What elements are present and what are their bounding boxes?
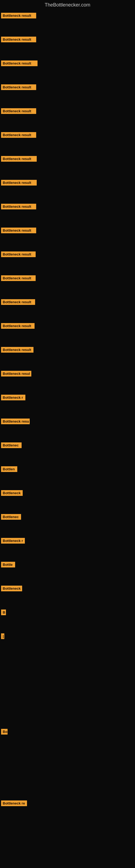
- bottleneck-label-13: Bottleneck result: [1, 299, 35, 305]
- row-9: Bottleneck result: [0, 201, 135, 225]
- row-17: Bottleneck r: [0, 392, 135, 416]
- bottleneck-label-8: Bottleneck result: [1, 180, 37, 186]
- row-11: Bottleneck result: [0, 249, 135, 273]
- bottleneck-label-19: Bottlenec: [1, 442, 21, 448]
- row-8: Bottleneck result: [0, 177, 135, 201]
- row-34: Bottleneck re: [0, 798, 135, 822]
- bottleneck-label-7: Bottleneck result: [1, 156, 37, 162]
- bottleneck-label-27: |: [1, 633, 4, 639]
- bottleneck-label-15: Bottleneck result: [1, 347, 34, 352]
- bottleneck-label-2: Bottleneck result: [1, 37, 36, 42]
- bottleneck-label-23: Bottleneck r: [1, 538, 25, 544]
- row-33: [0, 774, 135, 798]
- row-13: Bottleneck result: [0, 297, 135, 320]
- bottleneck-label-12: Bottleneck result: [1, 275, 36, 281]
- row-3: Bottleneck result: [0, 58, 135, 82]
- bottleneck-label-18: Bottleneck resu: [1, 418, 30, 424]
- bottleneck-label-24: Bottle: [1, 562, 15, 567]
- row-21: Bottleneck: [0, 488, 135, 511]
- row-1: Bottleneck result: [0, 10, 135, 34]
- row-19: Bottlenec: [0, 440, 135, 464]
- bottleneck-label-21: Bottleneck: [1, 490, 23, 496]
- row-24: Bottle: [0, 559, 135, 583]
- site-title: TheBottlenecker.com: [0, 0, 135, 10]
- bottleneck-label-11: Bottleneck result: [1, 251, 36, 257]
- bottleneck-label-20: Bottlen: [1, 466, 17, 472]
- row-15: Bottleneck result: [0, 344, 135, 368]
- row-35: [0, 822, 135, 845]
- bottleneck-label-26: B: [1, 610, 6, 615]
- row-16: Bottleneck resul: [0, 368, 135, 392]
- bottleneck-label-9: Bottleneck result: [1, 204, 36, 209]
- bottleneck-label-6: Bottleneck result: [1, 132, 36, 138]
- row-6: Bottleneck result: [0, 129, 135, 153]
- row-5: Bottleneck result: [0, 105, 135, 129]
- row-29: [0, 678, 135, 702]
- row-32: [0, 750, 135, 774]
- bottleneck-label-10: Bottleneck result: [1, 227, 36, 233]
- row-10: Bottleneck result: [0, 225, 135, 249]
- bottleneck-label-14: Bottleneck result: [1, 323, 35, 329]
- bottleneck-label-25: Bottleneck: [1, 586, 22, 591]
- row-20: Bottlen: [0, 464, 135, 488]
- row-22: Bottlenec: [0, 511, 135, 535]
- bottleneck-label-31: Bo: [1, 729, 8, 735]
- bottleneck-label-34: Bottleneck re: [1, 801, 27, 806]
- row-25: Bottleneck: [0, 583, 135, 607]
- bottleneck-label-17: Bottleneck r: [1, 395, 26, 400]
- row-14: Bottleneck result: [0, 320, 135, 344]
- bottleneck-label-4: Bottleneck result: [1, 84, 36, 90]
- bottleneck-label-1: Bottleneck result: [1, 13, 36, 19]
- row-30: [0, 702, 135, 726]
- row-12: Bottleneck result: [0, 273, 135, 297]
- bottleneck-label-5: Bottleneck result: [1, 108, 36, 114]
- row-27: |: [0, 631, 135, 654]
- row-4: Bottleneck result: [0, 82, 135, 105]
- row-28: [0, 654, 135, 678]
- row-23: Bottleneck r: [0, 535, 135, 559]
- row-26: B: [0, 607, 135, 631]
- bottleneck-label-3: Bottleneck result: [1, 61, 38, 66]
- row-18: Bottleneck resu: [0, 416, 135, 440]
- row-7: Bottleneck result: [0, 153, 135, 177]
- row-31: Bo: [0, 726, 135, 750]
- row-2: Bottleneck result: [0, 34, 135, 58]
- bottleneck-label-16: Bottleneck resul: [1, 371, 31, 376]
- bottleneck-label-22: Bottlenec: [1, 514, 21, 520]
- row-36: [0, 845, 135, 868]
